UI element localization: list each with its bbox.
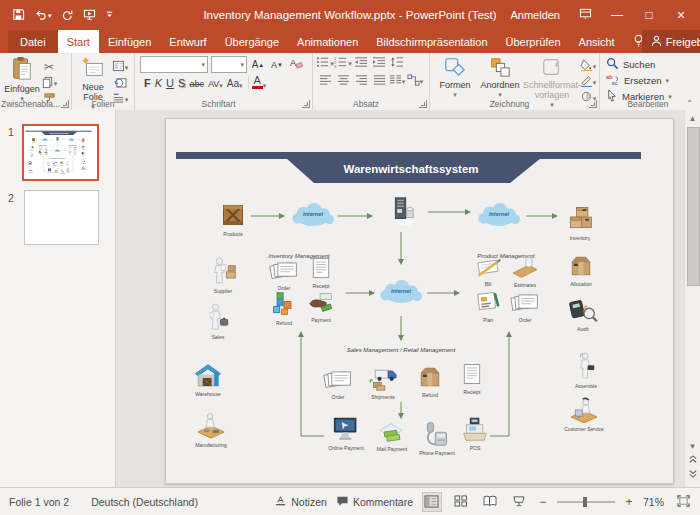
clear-formatting-button[interactable]: A (288, 58, 304, 72)
slide-sorter-view-button[interactable] (451, 492, 471, 512)
slide-indicator[interactable]: Folie 1 von 2 (9, 496, 69, 508)
scroll-down-button[interactable]: ▼ (686, 440, 699, 453)
diagram-node-pm-estimates[interactable]: Estimates (497, 255, 553, 288)
next-slide-button[interactable] (686, 467, 699, 480)
tab-einfuegen[interactable]: Einfügen (99, 30, 160, 53)
diagram-node-products[interactable]: Products (205, 202, 261, 237)
smartart-convert-button[interactable]: ▾ (407, 74, 423, 88)
align-left-button[interactable] (317, 74, 333, 88)
minimize-button[interactable]: — (610, 8, 624, 22)
zoom-slider-thumb[interactable] (583, 497, 587, 507)
reset-slide-button[interactable] (112, 76, 128, 90)
diagram-node-warehouse[interactable]: Warehouse (180, 361, 236, 397)
replace-button[interactable]: abacErsetzen▾ (600, 72, 696, 88)
diagram-node-internet-2[interactable]: Internet (476, 202, 522, 229)
shape-outline-button[interactable]: ▾ (580, 75, 596, 89)
font-name-select[interactable]: ▾ (140, 56, 208, 73)
character-spacing-button[interactable]: AV▾ (206, 79, 225, 89)
close-button[interactable]: × (674, 7, 688, 23)
drawing-dialog-launcher[interactable] (589, 100, 597, 108)
diagram-node-server[interactable] (373, 196, 429, 228)
line-spacing-button[interactable] (389, 56, 405, 70)
shrink-font-button[interactable]: A▼ (269, 58, 285, 72)
tab-entwurf[interactable]: Entwurf (160, 30, 215, 53)
increase-indent-button[interactable] (371, 56, 387, 70)
tab-start[interactable]: Start (58, 30, 99, 53)
customize-qat-button[interactable] (105, 9, 114, 21)
slideshow-view-button[interactable] (509, 492, 529, 512)
diagram-node-allocation[interactable]: Allocation (553, 254, 609, 287)
diagram-node-internet-3[interactable]: Internet (378, 279, 424, 306)
diagram-node-im-receipt[interactable]: Receipt (293, 256, 349, 289)
tab-animationen[interactable]: Animationen (288, 30, 367, 53)
language-indicator[interactable]: Deutsch (Deutschland) (91, 496, 198, 508)
zoom-out-button[interactable]: − (538, 495, 548, 509)
italic-button[interactable]: K (153, 77, 164, 89)
align-center-button[interactable] (335, 74, 351, 88)
decrease-indent-button[interactable] (353, 56, 369, 70)
zoom-in-button[interactable]: + (624, 495, 634, 509)
zoom-slider[interactable] (557, 501, 615, 503)
slide-2-thumbnail[interactable] (24, 190, 99, 245)
cut-button[interactable]: ✂ (41, 60, 57, 74)
clipboard-dialog-launcher[interactable] (61, 100, 69, 108)
save-button[interactable] (12, 8, 25, 23)
redo-button[interactable] (61, 8, 74, 23)
diagram-node-im-payment[interactable]: Payment (293, 290, 349, 323)
columns-button[interactable]: ▾ (389, 74, 405, 88)
slide-layout-button[interactable]: ▾ (112, 60, 128, 74)
slide-1-thumbnail[interactable]: Warenwirtschaftssystem (22, 124, 99, 181)
tab-ansicht[interactable]: Ansicht (570, 30, 624, 53)
reading-view-button[interactable] (480, 492, 500, 512)
text-shadow-button[interactable]: S (176, 77, 187, 89)
change-case-button[interactable]: Aa▾ (225, 78, 245, 89)
diagram-node-assemble[interactable]: Assemble (558, 352, 614, 389)
notes-button[interactable]: Notizen (274, 495, 327, 509)
numbering-button[interactable]: 123▾ (335, 56, 351, 70)
font-color-button[interactable]: A (252, 76, 263, 89)
tab-tellme[interactable]: Sie wünsch (624, 30, 642, 53)
scroll-up-button[interactable]: ▲ (686, 112, 699, 125)
find-button[interactable]: Suchen (600, 56, 696, 72)
comments-button[interactable]: Kommentare (336, 495, 413, 509)
diagram-node-inventory[interactable]: Inventory (552, 204, 608, 241)
start-presentation-button[interactable] (83, 8, 96, 23)
bold-button[interactable]: F (142, 77, 153, 89)
diagram-group-label[interactable]: Sales Management / Retail Management (347, 347, 456, 353)
undo-button[interactable]: ▾ (34, 8, 52, 23)
diagram-node-internet-1[interactable]: Internet (290, 202, 336, 229)
collapse-ribbon-button[interactable]: ⌃ (686, 99, 693, 108)
diagram-node-sales[interactable]: Sales (190, 303, 246, 340)
diagram-node-sm-receipt[interactable]: Receipt (444, 362, 500, 395)
tab-ueberpruefen[interactable]: Überprüfen (497, 30, 570, 53)
maximize-button[interactable]: □ (642, 8, 656, 22)
tab-uebergaenge[interactable]: Übergänge (216, 30, 288, 53)
justify-button[interactable] (371, 74, 387, 88)
tab-bildschirmpraesentation[interactable]: Bildschirmpräsentation (367, 30, 496, 53)
fit-to-window-button[interactable] (673, 492, 693, 512)
paragraph-dialog-launcher[interactable] (419, 100, 427, 108)
font-size-select[interactable]: ▾ (211, 56, 247, 73)
slide-editor[interactable]: Warenwirtschaftssystem (165, 118, 674, 484)
diagram-node-manufacturing[interactable]: Manufacturing (183, 411, 239, 448)
sign-in-link[interactable]: Anmelden (510, 9, 560, 21)
diagram-node-pm-order[interactable]: Order (497, 290, 553, 323)
strikethrough-button[interactable]: abc (187, 79, 206, 89)
tab-freigeben[interactable]: Freigeben (642, 30, 700, 53)
diagram-node-audit[interactable]: $Audit (555, 297, 611, 332)
ribbon-display-options-button[interactable] (578, 7, 592, 23)
shape-fill-button[interactable]: ▾ (580, 59, 596, 73)
vertical-scrollbar[interactable]: ▲ ▼ (684, 110, 700, 487)
scrollbar-thumb[interactable] (687, 127, 700, 286)
normal-view-button[interactable] (422, 492, 442, 512)
previous-slide-button[interactable] (686, 454, 699, 467)
diagram-node-customer-service[interactable]: Customer Service (556, 397, 612, 432)
bullets-button[interactable]: ▾ (317, 56, 333, 70)
copy-button[interactable]: ▾ (41, 76, 57, 90)
diagram-node-supplier[interactable]: Supplier (195, 257, 251, 294)
diagram-node-pos[interactable]: POS (447, 416, 503, 451)
underline-button[interactable]: U (164, 77, 176, 89)
align-right-button[interactable] (353, 74, 369, 88)
font-dialog-launcher[interactable] (302, 100, 310, 108)
tab-datei[interactable]: Datei (8, 30, 58, 53)
